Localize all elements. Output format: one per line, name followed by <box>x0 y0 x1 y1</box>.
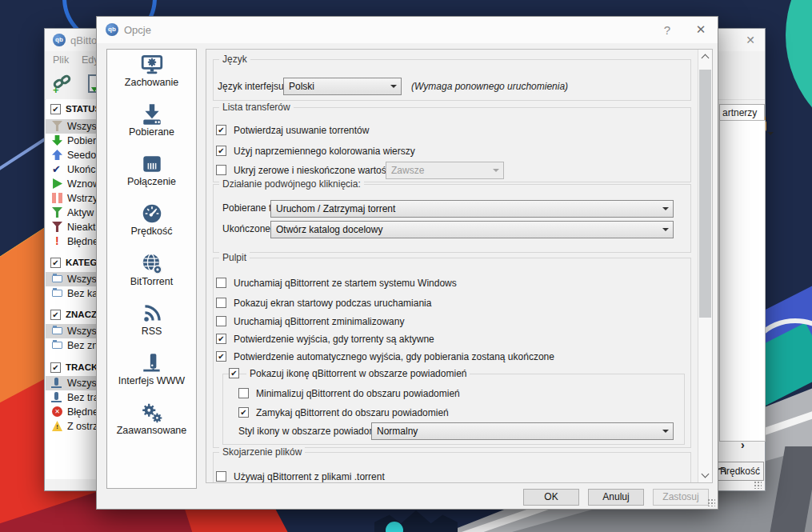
dialog-title: Opcje <box>124 24 151 36</box>
status-section-checkbox[interactable]: ✔ <box>50 104 61 114</box>
webui-icon <box>107 351 196 375</box>
vertical-scrollbar[interactable] <box>698 50 712 482</box>
downloads-icon <box>107 102 196 126</box>
options-item-webui[interactable]: Interfejs WWW <box>107 351 196 398</box>
options-item-rss[interactable]: RSS <box>107 302 196 348</box>
tracker-icon <box>54 378 58 386</box>
filter-green-icon <box>52 207 62 218</box>
dialog-titlebar[interactable]: qb Opcje ? ✕ <box>97 17 718 43</box>
options-item-advanced[interactable]: Zaawansowane <box>107 401 196 447</box>
language-select[interactable]: Polski <box>283 78 402 95</box>
warning-icon <box>52 421 62 431</box>
tab-partnerzy[interactable]: artnerzy <box>719 104 765 120</box>
arrow-down-icon <box>52 135 62 146</box>
tray-icon-style-select[interactable]: Normalny <box>371 422 674 440</box>
confirm-delete-label: Potwierdzaj usuwanie torrentów <box>234 122 369 139</box>
close-to-tray-checkbox[interactable]: ✔ <box>238 407 249 418</box>
group-double-click <box>213 184 691 253</box>
svg-text:+: + <box>53 84 59 95</box>
trackers-section-checkbox[interactable]: ✔ <box>50 362 61 373</box>
filter-gray-icon <box>52 121 62 131</box>
scroll-up-button[interactable] <box>698 50 712 63</box>
help-button[interactable]: ? <box>657 22 678 38</box>
cancel-button[interactable]: Anuluj <box>588 489 644 506</box>
group-language-title: Język <box>219 54 250 65</box>
lock-caret-icon <box>767 132 774 138</box>
qbittorrent-logo-icon: qb <box>53 34 66 46</box>
qbittorrent-logo-icon: qb <box>106 23 118 36</box>
hide-zero-values-checkbox[interactable] <box>216 165 226 175</box>
check-icon <box>52 164 62 174</box>
arrow-up-icon <box>52 150 62 160</box>
group-double-click-title: Działanie podwójnego kliknięcia: <box>219 178 364 190</box>
play-icon <box>52 178 62 189</box>
chevron-down-icon <box>662 228 669 234</box>
pause-icon <box>52 193 62 203</box>
show-tray-icon-label: Pokazuj ikonę qBittorrent w obszarze pow… <box>246 365 470 382</box>
rss-icon <box>107 302 196 326</box>
chevron-down-icon <box>390 85 397 91</box>
close-to-tray-label: Zamykaj qBittorrent do obszaru powiadomi… <box>256 404 449 422</box>
completed-action-select[interactable]: Otwórz katalog docelowy <box>270 221 674 238</box>
splash-screen-label: Pokazuj ekran startowy podczas uruchamia… <box>234 294 431 312</box>
tags-section-checkbox[interactable]: ✔ <box>50 310 61 320</box>
options-item-behavior[interactable]: Zachowanie <box>107 53 196 99</box>
minimize-to-tray-checkbox[interactable] <box>238 388 249 398</box>
splash-screen-checkbox[interactable] <box>216 298 226 308</box>
downloading-action-select[interactable]: Uruchom / Zatrzymaj torrent <box>270 200 674 218</box>
advanced-icon <box>107 401 196 425</box>
ok-button[interactable]: OK <box>523 489 579 506</box>
dialog-resize-grip[interactable] <box>707 498 715 506</box>
options-content: Język Język interfejsu: Polski (Wymaga p… <box>206 49 713 483</box>
options-category-list: Zachowanie Pobierane Połączenie <box>106 49 197 489</box>
tray-icon-style-label: Styl ikony w obszarze powiadomień: <box>238 422 393 440</box>
details-panel <box>719 120 766 442</box>
confirm-exit-checkbox[interactable]: ✔ <box>216 334 226 344</box>
options-item-downloads[interactable]: Pobierane <box>107 102 196 149</box>
confirm-auto-exit-checkbox[interactable]: ✔ <box>216 351 226 362</box>
options-item-bittorrent[interactable]: BitTorrent <box>107 252 196 298</box>
options-item-speed[interactable]: Prędkość <box>107 202 196 248</box>
show-tray-icon-checkbox[interactable]: ✔ <box>229 368 239 378</box>
apply-button: Zastosuj <box>653 489 709 506</box>
minimize-to-tray-label: Minimalizuj qBittorrent do obszaru powia… <box>256 385 460 402</box>
hide-values-select: Zawsze <box>386 162 504 179</box>
error-circle-icon <box>52 406 62 417</box>
start-minimized-label: Uruchamiaj qBittorrent zminimalizowany <box>234 313 404 330</box>
confirm-delete-checkbox[interactable]: ✔ <box>216 125 226 135</box>
main-close-button[interactable]: ✕ <box>739 32 762 48</box>
folder-icon <box>52 342 62 349</box>
connection-icon <box>107 152 196 176</box>
group-desktop-title: Pulpit <box>219 252 250 263</box>
filter-maroon-icon <box>52 222 62 232</box>
start-minimized-checkbox[interactable] <box>216 316 226 326</box>
categories-section-checkbox[interactable]: ✔ <box>50 258 61 268</box>
scroll-down-button[interactable] <box>698 469 712 482</box>
chevron-down-icon <box>493 169 499 175</box>
start-with-windows-checkbox[interactable] <box>216 278 226 288</box>
scrollbar-thumb[interactable] <box>699 70 711 318</box>
resize-grip[interactable] <box>754 481 762 489</box>
chevron-down-icon <box>662 430 669 436</box>
tracker-icon <box>54 392 58 400</box>
speed-icon <box>107 202 196 226</box>
confirm-auto-exit-label: Potwierdzenie automatycznego wyjścia, gd… <box>234 348 554 366</box>
folder-open-icon <box>52 327 62 334</box>
alternating-rows-checkbox[interactable]: ✔ <box>216 146 226 156</box>
confirm-exit-label: Potwierdzenie wyjścia, gdy torrenty są a… <box>234 330 434 348</box>
torrent-file-assoc-checkbox[interactable] <box>216 471 226 482</box>
expand-arrow[interactable]: › <box>741 438 745 451</box>
options-dialog: qb Opcje ? ✕ Zachowanie <box>96 16 718 510</box>
speed-tab-button[interactable]: Prędkość <box>713 462 764 481</box>
hide-zero-values-label: Ukryj zerowe i nieskończone wartości <box>234 162 393 179</box>
start-with-windows-label: Uruchamiaj qBittorrent ze startem system… <box>234 274 457 292</box>
folder-open-icon <box>52 275 62 282</box>
close-button[interactable]: ✕ <box>689 21 713 38</box>
group-file-assoc-title: Skojarzenie plików <box>219 446 305 458</box>
exclaim-icon <box>52 236 62 246</box>
language-restart-note: (Wymaga ponownego uruchomienia) <box>411 78 568 95</box>
add-torrent-link-icon[interactable]: + <box>51 73 74 98</box>
options-item-connection[interactable]: Połączenie <box>107 152 196 198</box>
menu-plik[interactable]: Plik <box>53 54 69 66</box>
group-transfer-list-title: Lista transferów <box>219 102 294 113</box>
